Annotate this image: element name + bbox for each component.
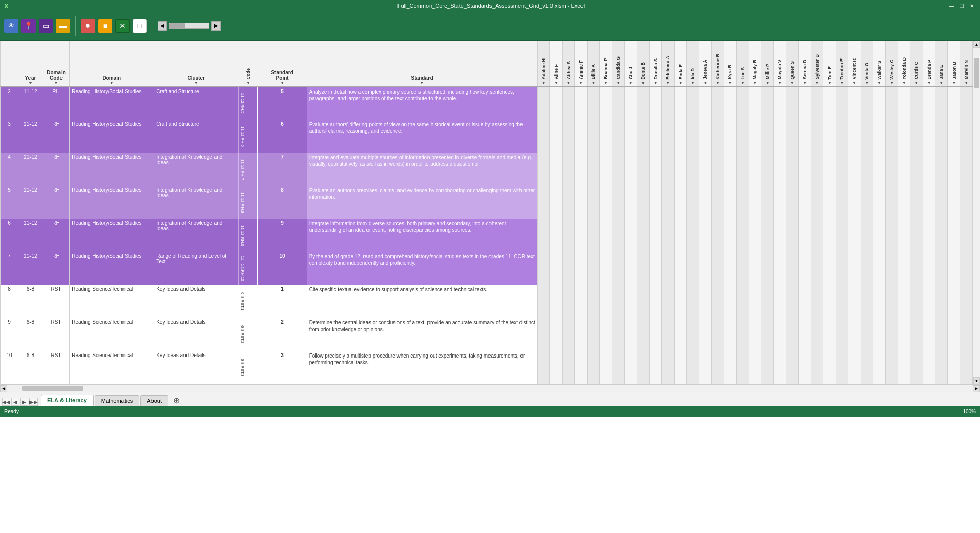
scroll-left-btn[interactable]: ◀ (158, 21, 167, 31)
student-cell[interactable] (699, 87, 711, 120)
student-cell[interactable] (637, 252, 649, 285)
student-cell[interactable] (649, 351, 661, 384)
cell-year-cell[interactable]: 11-12 (18, 219, 43, 252)
student-cell[interactable] (737, 351, 749, 384)
scroll-right-btn[interactable]: ▶ (211, 21, 221, 31)
student-cell[interactable] (923, 186, 935, 219)
student-cell[interactable] (587, 219, 599, 252)
student-cell[interactable] (947, 318, 960, 351)
student-cell[interactable] (537, 285, 549, 318)
student-cell[interactable] (712, 318, 724, 351)
window-controls[interactable]: — ❐ ✕ (947, 2, 976, 10)
student-cell[interactable] (861, 87, 873, 120)
cell-code-cell[interactable]: 11 - 12.RH.10 (238, 252, 258, 285)
student-cell[interactable] (724, 318, 736, 351)
student-cell[interactable] (712, 186, 724, 219)
minimize-button[interactable]: — (947, 2, 956, 10)
student-cell[interactable] (550, 120, 562, 153)
std-pt-header[interactable]: StandardPoint ▼ (258, 41, 307, 87)
student-cell[interactable] (799, 252, 811, 285)
student-cell[interactable] (935, 285, 947, 318)
student-cell[interactable] (848, 120, 861, 153)
student-cell[interactable] (923, 87, 935, 120)
student-cell[interactable] (885, 186, 898, 219)
student-cell[interactable] (799, 219, 811, 252)
student-cell[interactable] (562, 285, 574, 318)
student-cell[interactable] (861, 120, 873, 153)
student-cell[interactable] (960, 153, 973, 186)
cell-year-cell[interactable]: 6-8 (18, 351, 43, 384)
student-cell[interactable] (562, 219, 574, 252)
row-num-cell[interactable]: 8 (1, 285, 18, 318)
student-cell[interactable] (935, 351, 947, 384)
tab-ela-literacy[interactable]: ELA & Literacy (41, 395, 94, 406)
cell-cluster-cell[interactable]: Key Ideas and Details (154, 285, 238, 318)
student-cell[interactable] (550, 318, 562, 351)
eye-icon[interactable]: 👁 (4, 19, 18, 33)
student-cell[interactable] (724, 219, 736, 252)
student-cell[interactable] (848, 285, 861, 318)
student-cell[interactable] (637, 318, 649, 351)
cell-cluster-cell[interactable]: Craft and Structure (154, 87, 238, 120)
orange-square-icon[interactable]: ■ (98, 19, 112, 33)
student-cell[interactable] (587, 318, 599, 351)
cell-domain-code-cell[interactable]: RH (43, 153, 69, 186)
student-cell[interactable] (612, 120, 624, 153)
student-cell[interactable] (600, 219, 612, 252)
cluster-filter[interactable]: ▼ (156, 81, 236, 85)
student-cell[interactable] (898, 351, 910, 384)
student-cell[interactable] (947, 219, 960, 252)
student-cell[interactable] (885, 351, 898, 384)
cell-cluster-cell[interactable]: Integration of Knowledge and Ideas (154, 153, 238, 186)
student-cell[interactable] (562, 318, 574, 351)
student-cell[interactable] (836, 153, 848, 186)
student-cell[interactable] (761, 285, 774, 318)
scroll-thumb-horizontal[interactable] (22, 386, 83, 391)
student-cell[interactable] (687, 219, 699, 252)
cell-year-cell[interactable]: 11-12 (18, 120, 43, 153)
student-cell[interactable] (612, 87, 624, 120)
cell-standard-cell[interactable]: Evaluate an author's premises, claims, a… (307, 186, 537, 219)
tab-navigation[interactable]: ◀◀ ◀ ▶ ▶▶ (2, 398, 38, 406)
student-cell[interactable] (910, 87, 923, 120)
student-cell[interactable] (649, 285, 661, 318)
student-cell[interactable] (749, 186, 761, 219)
student-cell[interactable] (550, 87, 562, 120)
cell-standard-cell[interactable]: Analyze in detail how a complex primary … (307, 87, 537, 120)
cell-standard-cell[interactable]: By the end of grade 12, read and compreh… (307, 252, 537, 285)
student-cell[interactable] (724, 285, 736, 318)
student-cell[interactable] (749, 318, 761, 351)
student-cell[interactable] (774, 87, 786, 120)
student-cell[interactable] (898, 252, 910, 285)
student-cell[interactable] (674, 120, 686, 153)
student-cell[interactable] (612, 351, 624, 384)
student-cell[interactable] (587, 351, 599, 384)
student-cell[interactable] (823, 219, 836, 252)
student-cell[interactable] (799, 318, 811, 351)
cell-code-cell[interactable]: 6-8.RST.2 (238, 318, 258, 351)
student-cell[interactable] (537, 351, 549, 384)
student-cell[interactable] (550, 252, 562, 285)
cell-cluster-cell[interactable]: Integration of Knowledge and Ideas (154, 186, 238, 219)
domain-filter[interactable]: ▼ (72, 81, 151, 85)
std-pt-filter[interactable]: ▼ (260, 81, 304, 85)
cell-standard-cell[interactable]: Integrate and evaluate multiple sources … (307, 153, 537, 186)
cell-standard-cell[interactable]: Determine the central ideas or conclusio… (307, 318, 537, 351)
student-cell[interactable] (674, 318, 686, 351)
student-cell[interactable] (625, 186, 637, 219)
student-cell[interactable] (861, 351, 873, 384)
student-cell[interactable] (910, 285, 923, 318)
student-cell[interactable] (537, 120, 549, 153)
student-cell[interactable] (687, 351, 699, 384)
cell-std-pt-cell[interactable]: 8 (258, 186, 307, 219)
student-cell[interactable] (637, 351, 649, 384)
row-num-cell[interactable]: 5 (1, 186, 18, 219)
student-cell[interactable] (637, 285, 649, 318)
row-num-cell[interactable]: 3 (1, 120, 18, 153)
student-cell[interactable] (861, 318, 873, 351)
code-filter[interactable]: ▼ (240, 81, 255, 85)
student-cell[interactable] (960, 252, 973, 285)
student-cell[interactable] (960, 186, 973, 219)
cell-std-pt-cell[interactable]: 5 (258, 87, 307, 120)
cell-std-pt-cell[interactable]: 9 (258, 219, 307, 252)
